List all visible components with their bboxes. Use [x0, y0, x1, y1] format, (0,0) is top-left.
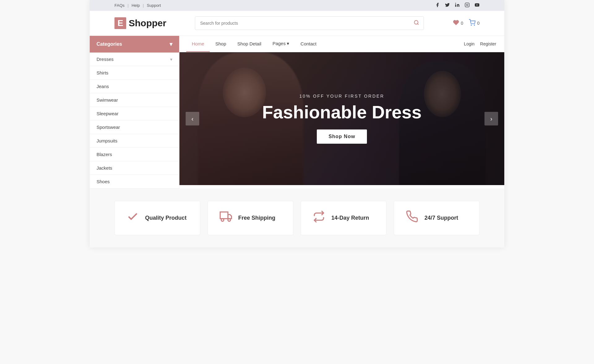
cart-count: 0 — [477, 21, 480, 26]
svg-rect-9 — [220, 212, 228, 219]
sidebar-nav: Dresses ▾ Shirts Jeans Swimwear Sleepwea… — [90, 53, 179, 188]
sidebar: Categories ▾ Dresses ▾ Shirts Jeans Swim… — [90, 36, 179, 188]
sidebar-item-label: Sportswear — [97, 125, 120, 130]
sidebar-item-sportswear[interactable]: Sportswear — [90, 121, 179, 134]
nav-shop[interactable]: Shop — [210, 36, 232, 52]
svg-point-8 — [474, 25, 475, 25]
pages-dropdown-icon: ▾ — [287, 41, 289, 46]
logo[interactable]: E Shopper — [114, 17, 183, 29]
svg-point-7 — [471, 25, 472, 25]
logo-icon: E — [114, 17, 126, 29]
return-icon — [312, 210, 326, 226]
support-link[interactable]: Support — [147, 3, 161, 8]
svg-point-5 — [414, 20, 418, 24]
search-bar — [195, 16, 424, 30]
hero-prev-button[interactable]: ‹ — [186, 112, 199, 125]
header: E Shopper 0 0 — [90, 11, 504, 36]
instagram-icon[interactable] — [465, 2, 470, 8]
hero-next-button[interactable]: › — [484, 112, 498, 125]
svg-line-6 — [417, 23, 418, 24]
next-arrow-icon: › — [490, 115, 493, 122]
categories-arrow: ▾ — [170, 41, 172, 48]
sep-1: | — [127, 3, 130, 8]
logo-text: Shopper — [129, 18, 166, 28]
svg-marker-10 — [228, 214, 232, 218]
svg-rect-0 — [455, 4, 456, 7]
heart-icon — [453, 19, 459, 27]
svg-point-1 — [455, 3, 456, 4]
svg-point-11 — [221, 219, 224, 221]
sidebar-item-blazers[interactable]: Blazers — [90, 148, 179, 161]
navbar-links: Home Shop Shop Detail Pages ▾ Contact — [186, 36, 322, 52]
sidebar-item-jumpsuits[interactable]: Jumpsuits — [90, 134, 179, 148]
sidebar-item-label: Shirts — [97, 70, 108, 75]
help-link[interactable]: Help — [131, 3, 140, 8]
feature-quality: Quality Product — [114, 201, 200, 235]
sidebar-item-label: Blazers — [97, 152, 112, 157]
sidebar-item-label: Jumpsuits — [97, 138, 118, 143]
svg-point-12 — [228, 219, 230, 221]
return-label: 14-Day Return — [331, 215, 369, 221]
sidebar-item-jeans[interactable]: Jeans — [90, 80, 179, 93]
sidebar-item-shoes[interactable]: Shoes — [90, 175, 179, 188]
sidebar-item-sleepwear[interactable]: Sleepwear — [90, 107, 179, 121]
sidebar-item-dresses[interactable]: Dresses ▾ — [90, 53, 179, 66]
wishlist-count: 0 — [461, 21, 463, 26]
support-icon — [405, 210, 419, 226]
sidebar-item-label: Dresses — [97, 57, 114, 62]
shipping-label: Free Shipping — [238, 215, 275, 221]
sep-2: | — [143, 3, 145, 8]
faq-link[interactable]: FAQs — [114, 3, 125, 8]
sidebar-item-label: Sleepwear — [97, 111, 118, 116]
sidebar-item-label: Swimwear — [97, 97, 118, 103]
nav-home[interactable]: Home — [186, 36, 210, 52]
features-section: Quality Product Free Shipping 14-Day Ret… — [90, 188, 504, 248]
sidebar-item-label: Jackets — [97, 165, 112, 171]
sidebar-item-jackets[interactable]: Jackets — [90, 161, 179, 175]
nav-pages[interactable]: Pages ▾ — [267, 36, 295, 52]
content-area: Home Shop Shop Detail Pages ▾ Contact Lo… — [179, 36, 504, 188]
hero-text: 10% OFF YOUR FIRST ORDER Fashionable Dre… — [262, 94, 422, 144]
sidebar-item-shirts[interactable]: Shirts — [90, 66, 179, 80]
dresses-submenu-icon: ▾ — [170, 57, 172, 62]
feature-support: 24/7 Support — [394, 201, 480, 235]
quality-icon — [126, 210, 140, 226]
cart-icon — [469, 19, 476, 28]
header-actions: 0 0 — [436, 19, 480, 28]
social-links — [435, 2, 480, 8]
facebook-icon[interactable] — [435, 2, 440, 8]
shop-now-button[interactable]: Shop Now — [317, 129, 367, 144]
support-label: 24/7 Support — [424, 215, 458, 221]
quality-label: Quality Product — [145, 215, 187, 221]
hero-title: Fashionable Dress — [262, 102, 422, 122]
shipping-icon — [219, 210, 233, 226]
nav-shop-detail[interactable]: Shop Detail — [232, 36, 267, 52]
register-link[interactable]: Register — [479, 36, 497, 51]
linkedin-icon[interactable] — [455, 2, 460, 8]
navbar: Home Shop Shop Detail Pages ▾ Contact Lo… — [179, 36, 504, 52]
hero-slider: 10% OFF YOUR FIRST ORDER Fashionable Dre… — [179, 52, 504, 185]
wishlist-button[interactable]: 0 — [453, 19, 463, 27]
top-bar-links: FAQs | Help | Support — [114, 3, 161, 8]
twitter-icon[interactable] — [445, 2, 450, 8]
search-input[interactable] — [195, 18, 409, 29]
top-bar: FAQs | Help | Support — [90, 0, 504, 11]
nav-contact[interactable]: Contact — [295, 36, 322, 52]
hero-subtitle: 10% OFF YOUR FIRST ORDER — [262, 94, 422, 99]
main-container: Categories ▾ Dresses ▾ Shirts Jeans Swim… — [90, 36, 504, 188]
feature-return: 14-Day Return — [301, 201, 386, 235]
login-link[interactable]: Login — [463, 36, 476, 51]
sidebar-item-label: Shoes — [97, 179, 110, 184]
feature-shipping: Free Shipping — [208, 201, 293, 235]
search-button[interactable] — [409, 17, 424, 30]
navbar-auth: Login Register — [456, 36, 504, 51]
svg-rect-2 — [465, 3, 469, 7]
prev-arrow-icon: ‹ — [192, 115, 194, 122]
sidebar-item-label: Jeans — [97, 84, 109, 89]
categories-label: Categories — [97, 41, 122, 47]
cart-button[interactable]: 0 — [469, 19, 480, 28]
sidebar-item-swimwear[interactable]: Swimwear — [90, 93, 179, 107]
youtube-icon[interactable] — [475, 2, 480, 8]
categories-header[interactable]: Categories ▾ — [90, 36, 179, 53]
